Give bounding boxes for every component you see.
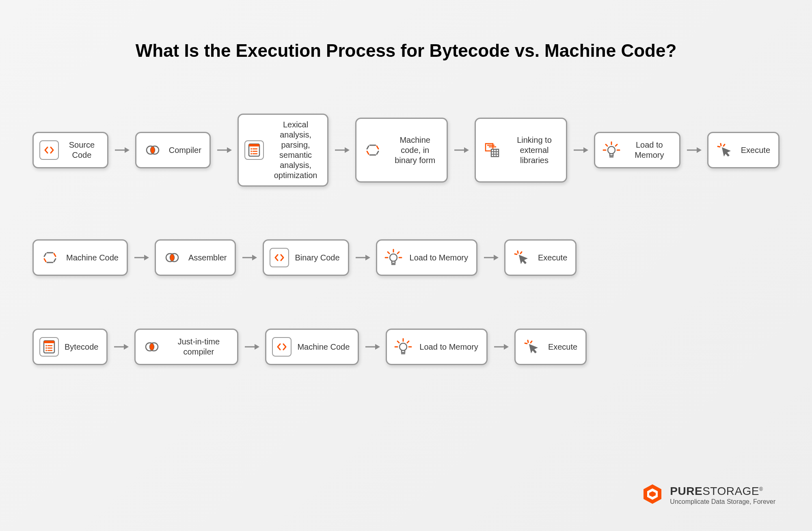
click-icon [511, 247, 532, 268]
arrow-right-icon [244, 343, 259, 351]
analysis-label: Lexical analysis, parsing, semantic anal… [270, 120, 322, 181]
brand-footer: PURESTORAGE® Uncomplicate Data Storage, … [641, 483, 775, 507]
svg-marker-80 [124, 344, 129, 350]
list-doc-icon [244, 140, 264, 160]
svg-marker-95 [504, 344, 509, 350]
svg-line-88 [397, 341, 399, 343]
execute-3-node: Execute [514, 329, 587, 365]
machine-binary-label: Machine code, in binary form [389, 135, 441, 166]
source-code-node: Source Code [32, 132, 108, 168]
execute-1-node: Execute [707, 132, 780, 168]
compiler-label: Compiler [169, 145, 201, 155]
svg-line-67 [518, 251, 518, 253]
arrow-right-icon [242, 254, 257, 262]
machine-code-2-label: Machine Code [297, 342, 350, 352]
svg-rect-8 [249, 146, 259, 146]
analysis-node: Lexical analysis, parsing, semantic anal… [238, 114, 329, 187]
svg-line-42 [718, 146, 720, 147]
svg-marker-57 [365, 255, 370, 260]
jit-label: Just-in-time compiler [168, 337, 229, 357]
svg-line-18 [377, 146, 378, 149]
svg-line-21 [367, 151, 369, 154]
brand-tagline: Uncomplicate Data Storage, Forever [670, 498, 775, 505]
load-memory-2-node: Load to Memory [376, 239, 478, 276]
bulb-icon [383, 247, 404, 268]
svg-line-98 [531, 341, 532, 343]
svg-line-48 [44, 259, 46, 262]
svg-point-9 [251, 148, 252, 150]
linking-node: Linking to external libraries [475, 118, 567, 183]
svg-point-92 [400, 343, 407, 350]
click-icon [521, 336, 542, 357]
binary-code-node: Binary Code [263, 239, 349, 276]
svg-line-96 [528, 340, 528, 342]
bulb-icon [393, 336, 414, 357]
arrow-right-icon [355, 254, 370, 262]
assembler-node: Assembler [155, 239, 236, 276]
svg-line-33 [606, 144, 607, 146]
arrow-right-icon [483, 254, 499, 262]
load-memory-3-label: Load to Memory [419, 342, 478, 352]
linking-label: Linking to external libraries [508, 135, 560, 166]
execute-1-label: Execute [741, 145, 770, 155]
jit-node: Just-in-time compiler [134, 329, 238, 365]
load-memory-1-label: Load to Memory [628, 140, 671, 160]
load-memory-2-label: Load to Memory [410, 253, 469, 263]
svg-point-73 [45, 345, 47, 346]
arrow-right-icon [334, 146, 350, 154]
svg-marker-51 [144, 255, 149, 260]
svg-line-41 [721, 144, 721, 146]
hexagon-icon [39, 247, 60, 268]
svg-marker-86 [375, 344, 380, 350]
svg-point-11 [251, 150, 252, 152]
svg-line-97 [525, 343, 527, 344]
arrow-right-icon [454, 146, 469, 154]
machine-code-2-node: Machine Code [265, 329, 359, 365]
svg-line-45 [54, 254, 56, 256]
venn-icon [141, 336, 162, 357]
svg-marker-5 [227, 147, 232, 153]
arrow-right-icon [365, 343, 380, 351]
svg-line-43 [723, 144, 725, 146]
arrow-right-icon [573, 146, 588, 154]
svg-marker-40 [697, 147, 702, 153]
arrow-right-icon [113, 343, 129, 351]
arrow-right-icon [114, 146, 130, 154]
svg-line-49 [44, 254, 46, 256]
venn-icon [162, 247, 183, 268]
svg-rect-25 [491, 149, 499, 157]
library-icon [482, 140, 503, 161]
execute-2-node: Execute [504, 239, 577, 276]
svg-marker-16 [345, 147, 350, 153]
svg-line-89 [407, 341, 409, 343]
machine-code-label: Machine Code [66, 253, 119, 263]
brand-name: PURESTORAGE® [670, 484, 775, 498]
machine-binary-node: Machine code, in binary form [355, 118, 448, 183]
arrow-right-icon [686, 146, 702, 154]
venn-icon [142, 140, 163, 161]
svg-line-68 [515, 254, 517, 254]
code-brackets-icon [39, 140, 59, 160]
arrow-right-icon [134, 254, 149, 262]
machine-code-row: Machine Code Assembler Binary Code [32, 239, 780, 276]
bytecode-label: Bytecode [65, 342, 98, 352]
svg-line-46 [54, 259, 56, 262]
load-memory-1-node: Load to Memory [594, 132, 680, 168]
bytecode-row: Bytecode Just-in-time compiler Machine C… [32, 329, 780, 365]
svg-marker-31 [583, 147, 588, 153]
svg-line-60 [397, 252, 399, 254]
binary-code-label: Binary Code [295, 253, 339, 263]
svg-marker-66 [494, 255, 499, 260]
arrow-right-icon [493, 343, 509, 351]
svg-point-13 [251, 153, 252, 155]
svg-line-59 [388, 252, 389, 254]
svg-line-22 [367, 146, 369, 149]
bulb-icon [601, 140, 622, 161]
svg-marker-55 [252, 255, 257, 260]
source-code-row: Source Code Compiler Lexical analysis, p… [32, 114, 780, 187]
load-memory-3-node: Load to Memory [386, 329, 488, 365]
svg-rect-72 [44, 342, 54, 343]
execute-2-label: Execute [538, 253, 567, 263]
arrow-right-icon [216, 146, 232, 154]
svg-marker-24 [464, 147, 469, 153]
